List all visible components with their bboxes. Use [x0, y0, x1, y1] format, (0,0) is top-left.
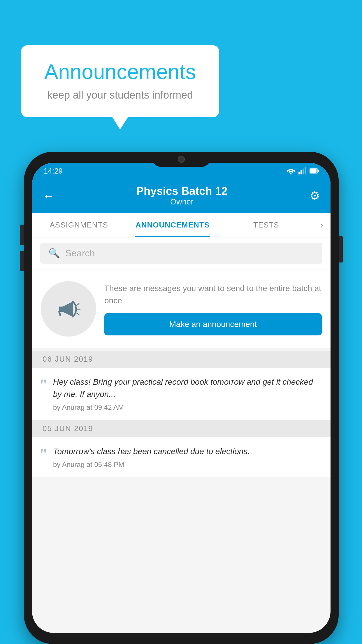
svg-rect-3 [303, 169, 304, 174]
search-placeholder: Search [65, 248, 95, 259]
date-separator-1: 06 JUN 2019 [32, 351, 331, 368]
make-announcement-button[interactable]: Make an announcement [104, 313, 322, 335]
svg-line-9 [77, 304, 79, 305]
svg-rect-4 [305, 167, 306, 174]
wifi-icon [286, 167, 296, 174]
signal-icon [298, 167, 307, 174]
quote-icon-2: " [39, 447, 48, 462]
quote-icon-1: " [39, 377, 48, 393]
volume-up-button[interactable] [20, 225, 24, 245]
tab-tests[interactable]: TESTS [219, 213, 313, 237]
batch-role: Owner [54, 197, 310, 206]
date-separator-2: 05 JUN 2019 [32, 420, 331, 437]
batch-title: Physics Batch 12 [54, 185, 310, 197]
announcement-item-1[interactable]: " Hey class! Bring your practical record… [32, 368, 331, 420]
tab-more-icon[interactable]: › [313, 220, 331, 230]
phone-notch [152, 152, 210, 167]
search-bar-container: 🔍 Search [32, 237, 331, 269]
settings-icon[interactable]: ⚙ [310, 189, 320, 202]
svg-line-8 [59, 312, 60, 315]
phone-mockup: 14:29 [24, 152, 339, 644]
speech-bubble-title: Announcements [38, 60, 202, 84]
search-icon: 🔍 [48, 248, 60, 259]
svg-rect-6 [318, 170, 319, 172]
phone-screen: 14:29 [32, 163, 331, 633]
promo-description: These are messages you want to send to t… [104, 282, 322, 307]
tab-announcements[interactable]: ANNOUNCEMENTS [126, 213, 219, 237]
header-title-section: Physics Batch 12 Owner [54, 185, 310, 206]
svg-rect-1 [298, 172, 300, 174]
tab-assignments[interactable]: ASSIGNMENTS [32, 213, 126, 237]
announcement-meta-2: by Anurag at 05:48 PM [53, 461, 322, 469]
announcement-text-1: Hey class! Bring your practical record b… [53, 376, 322, 400]
search-bar[interactable]: 🔍 Search [40, 243, 322, 264]
announcement-promo-card: These are messages you want to send to t… [32, 270, 331, 348]
battery-icon [310, 168, 319, 174]
svg-point-0 [290, 173, 292, 175]
svg-rect-2 [301, 170, 302, 174]
svg-rect-7 [310, 169, 317, 173]
announcement-meta-1: by Anurag at 09:42 AM [53, 403, 322, 412]
announcement-text-2: Tomorrow's class has been cancelled due … [53, 445, 322, 458]
speech-bubble-subtitle: keep all your students informed [38, 89, 202, 101]
speech-bubble: Announcements keep all your students inf… [21, 45, 219, 117]
announcement-item-2[interactable]: " Tomorrow's class has been cancelled du… [32, 437, 331, 477]
app-header: ← Physics Batch 12 Owner ⚙ [32, 179, 331, 213]
megaphone-circle [41, 281, 96, 337]
svg-line-11 [77, 313, 79, 315]
status-icons [286, 167, 319, 174]
promo-right: These are messages you want to send to t… [104, 282, 322, 335]
volume-down-button[interactable] [20, 251, 24, 271]
back-button[interactable]: ← [43, 189, 54, 202]
announcement-content-2: Tomorrow's class has been cancelled due … [53, 445, 322, 469]
announcement-content-1: Hey class! Bring your practical record b… [53, 376, 322, 412]
tabs-container: ASSIGNMENTS ANNOUNCEMENTS TESTS › [32, 213, 331, 237]
front-camera [178, 156, 185, 163]
megaphone-icon [54, 294, 83, 323]
status-time: 14:29 [44, 167, 63, 176]
power-button[interactable] [339, 236, 343, 262]
speech-bubble-container: Announcements keep all your students inf… [21, 45, 219, 117]
